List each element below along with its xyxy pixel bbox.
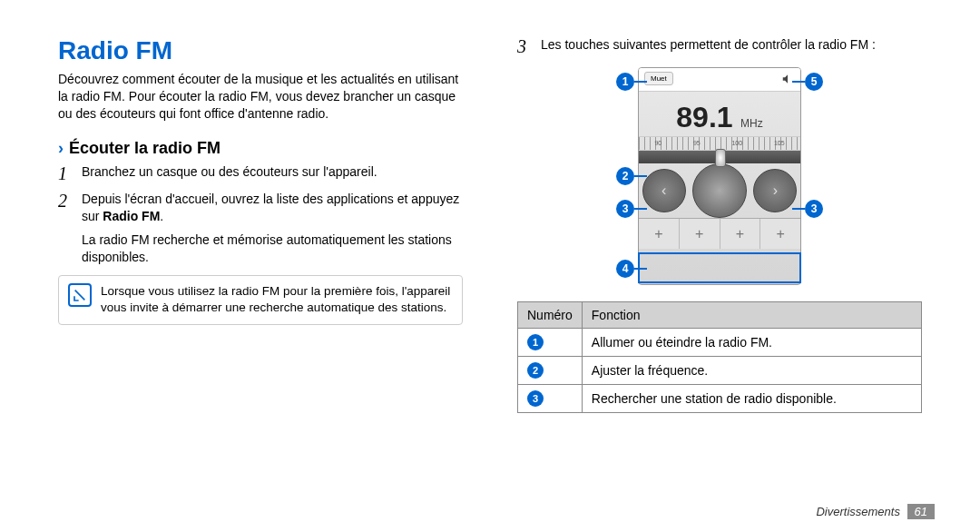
step-2-suffix: . <box>160 209 163 223</box>
callout-leader <box>792 81 805 83</box>
callout-badge-5: 5 <box>805 73 823 91</box>
chevron-right-icon: › <box>58 139 64 158</box>
step-number: 1 <box>58 163 82 183</box>
callout-leader <box>634 81 647 83</box>
radio-diagram: Muet 89.1 MHz 90 95 100 105 <box>620 67 819 285</box>
step-1-text: Branchez un casque ou des écouteurs sur … <box>82 163 377 183</box>
control-row: ‹ › <box>639 163 800 218</box>
tick-label: 100 <box>731 140 742 146</box>
step-number: 2 <box>58 191 82 225</box>
preset-row: + + + + <box>639 218 800 249</box>
tick-label: 95 <box>693 140 701 146</box>
table-row: 2 Ajuster la fréquence. <box>518 357 922 385</box>
frequency-display: 89.1 MHz <box>639 92 800 136</box>
callout-badge-4: 4 <box>616 260 634 278</box>
tune-dial[interactable] <box>692 163 747 218</box>
subheading-text: Écouter la radio FM <box>69 139 220 158</box>
callout-badge-3: 3 <box>616 200 634 218</box>
radio-topbar: Muet <box>639 68 800 92</box>
callout-badge-3: 3 <box>805 200 823 218</box>
note-icon <box>68 283 92 307</box>
note-box: Lorsque vous utilisez la radio FM pour l… <box>58 275 463 324</box>
tuning-slider[interactable] <box>639 151 800 163</box>
row-badge: 2 <box>527 362 544 379</box>
frequency-unit: MHz <box>740 117 763 130</box>
preset-slot[interactable]: + <box>639 219 680 249</box>
step-3-text: Les touches suivantes permettent de cont… <box>541 36 876 56</box>
tick-label: 105 <box>774 140 785 146</box>
row-badge: 3 <box>527 390 544 407</box>
step-1: 1 Branchez un casque ou des écouteurs su… <box>58 163 463 183</box>
step-number: 3 <box>517 36 541 56</box>
mute-button[interactable]: Muet <box>644 72 673 85</box>
row-function: Rechercher une station de radio disponib… <box>582 385 921 413</box>
step-2: 2 Depuis l'écran d'accueil, ouvrez la li… <box>58 191 463 225</box>
page-title: Radio FM <box>58 36 463 65</box>
seek-back-button[interactable]: ‹ <box>642 169 686 212</box>
step-3: 3 Les touches suivantes permettent de co… <box>517 36 922 56</box>
preset-slot[interactable]: + <box>720 219 761 249</box>
step-2-text: Depuis l'écran d'accueil, ouvrez la list… <box>82 191 463 225</box>
table-row: 3 Rechercher une station de radio dispon… <box>518 385 922 413</box>
note-text: Lorsque vous utilisez la radio FM pour l… <box>101 283 453 316</box>
seek-forward-button[interactable]: › <box>753 169 797 212</box>
callout-leader <box>634 268 647 270</box>
page-footer: Divertissements 61 <box>816 504 935 519</box>
callout-badge-2: 2 <box>616 167 634 185</box>
step-2-bold: Radio FM <box>103 209 160 223</box>
speaker-icon[interactable] <box>780 72 795 86</box>
row-function: Ajuster la fréquence. <box>582 357 921 385</box>
table-header-function: Fonction <box>582 302 921 329</box>
preset-slot[interactable]: + <box>760 219 800 249</box>
preset-slot[interactable]: + <box>680 219 720 249</box>
table-row: 1 Allumer ou éteindre la radio FM. <box>518 329 922 357</box>
tick-label: 90 <box>654 140 662 146</box>
callout-leader <box>634 208 647 210</box>
intro-paragraph: Découvrez comment écouter de la musique … <box>58 71 463 123</box>
radio-screenshot: Muet 89.1 MHz 90 95 100 105 <box>638 67 801 285</box>
footer-page-number: 61 <box>907 504 935 519</box>
callout-badge-1: 1 <box>616 73 634 91</box>
frequency-value: 89.1 <box>676 101 732 133</box>
footer-section-name: Divertissements <box>816 505 899 518</box>
callout-leader <box>634 175 647 177</box>
callout-leader <box>792 208 805 210</box>
function-table: Numéro Fonction 1 Allumer ou éteindre la… <box>517 301 922 413</box>
row-function: Allumer ou éteindre la radio FM. <box>582 329 921 357</box>
row-badge: 1 <box>527 334 544 350</box>
subheading-row: › Écouter la radio FM <box>58 139 463 158</box>
step-2-subtext: La radio FM recherche et mémorise automa… <box>82 232 463 266</box>
table-header-number: Numéro <box>518 302 583 329</box>
